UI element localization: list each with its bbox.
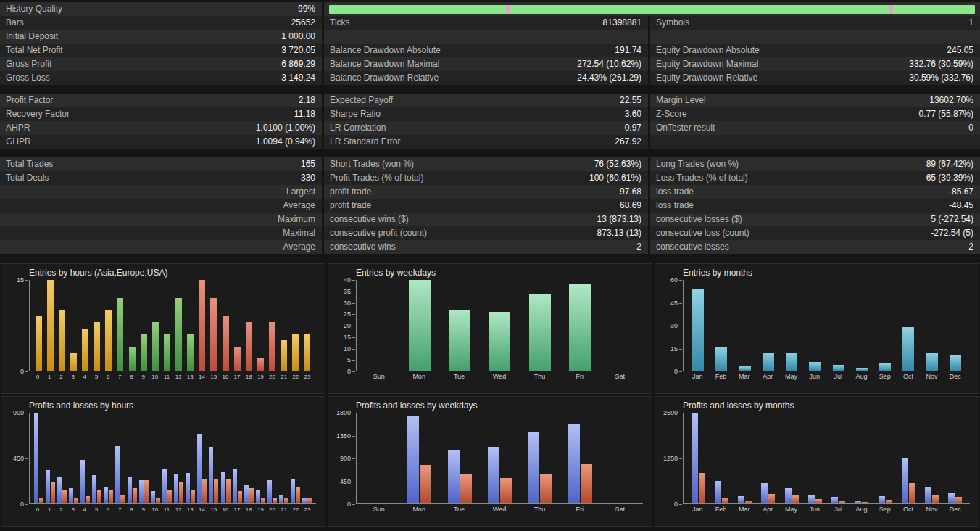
x-axis: JanFebMarAprMayJunJulAugSepOctNovDec (683, 504, 970, 514)
x-tick-label: 20 (266, 374, 278, 380)
stat-label: LR Standard Error (324, 135, 615, 149)
bar-slot (399, 280, 439, 371)
stat-label: Long Trades (won %) (650, 157, 926, 171)
x-tick-label: 18 (243, 374, 254, 380)
stats-row: Total Net Profit3 720.05Balance Drawdown… (0, 44, 980, 57)
stat-value: 2.18 (299, 94, 322, 107)
bar-slot (360, 413, 399, 503)
y-tick-label: 900 (340, 455, 351, 462)
loss-bar (120, 495, 125, 504)
x-tick-label: Jan (686, 506, 709, 513)
chart-profits-and-losses-by-hours: Profits and losses by hours0450900012345… (1, 396, 325, 527)
x-tick-label: Sun (359, 373, 399, 380)
stats-row: GHPR1.0094 (0.94%)LR Standard Error267.9… (0, 135, 980, 149)
stats-row: Total Trades165Short Trades (won %)76 (5… (0, 157, 980, 171)
x-tick-label: Sun (359, 506, 399, 513)
x-tick-label: 19 (254, 506, 266, 513)
bar-slot (254, 280, 266, 371)
stat-label (0, 199, 283, 213)
profit-bar (162, 469, 167, 503)
history-quality-label: History Quality (0, 2, 298, 16)
stat-cell: consecutive wins2 (324, 240, 648, 254)
loss-bar (261, 498, 265, 503)
loss-bar (955, 497, 962, 504)
y-tick-label: 900 (13, 409, 24, 416)
entries-bar (692, 289, 704, 371)
chart-plot-area: 015 (6, 280, 316, 371)
x-tick-label: 15 (208, 506, 220, 513)
y-tick-label: 0 (347, 368, 351, 375)
x-tick-label: Thu (520, 506, 560, 513)
bar-slot (126, 280, 138, 371)
bar-slot (560, 413, 599, 503)
x-tick-label: Sep (873, 373, 897, 380)
stats-row: Gross Profit6 869.29Balance Drawdown Max… (0, 57, 980, 71)
entries-bar (409, 280, 431, 371)
bar-slot (873, 413, 897, 503)
y-axis: 015304560 (660, 280, 683, 371)
stat-label: consecutive wins (324, 240, 636, 254)
stat-label: consecutive profit (count) (324, 226, 597, 240)
profit-bar (69, 488, 73, 503)
entries-bar (175, 298, 182, 371)
stat-cell: LR Standard Error267.92 (324, 135, 648, 149)
y-tick-label: 20 (344, 322, 351, 329)
bar-slot (757, 413, 780, 503)
loss-bar (191, 490, 195, 503)
loss-bar (109, 490, 113, 503)
y-tick-label: 30 (344, 300, 351, 307)
stat-cell: profit trade68.69 (324, 199, 648, 213)
entries-bar (234, 347, 241, 371)
profit-bar (407, 416, 419, 503)
x-tick-label: 20 (266, 506, 278, 513)
loss-bar (86, 496, 90, 503)
bar-slot (231, 413, 243, 503)
x-tick-label: 7 (114, 374, 125, 380)
y-tick-label: 450 (13, 455, 24, 462)
stat-value: 81398881 (603, 16, 648, 30)
x-tick-label: 1 (43, 374, 55, 380)
loss-bar (74, 498, 78, 503)
stat-label (0, 213, 278, 226)
bar-slot (243, 413, 254, 503)
entries-bar (926, 353, 938, 371)
profit-bar (925, 487, 931, 503)
stat-value: 332.76 (30.59%) (909, 57, 980, 71)
x-tick-label: Sep (873, 506, 897, 513)
stat-label: Ticks (324, 16, 603, 30)
x-tick-label: 16 (220, 374, 231, 380)
loss-bar (839, 501, 845, 504)
history-quality-progress-bar (329, 5, 975, 14)
stat-cell: Balance Drawdown Maximal272.54 (10.62%) (324, 57, 648, 71)
bars (30, 413, 316, 503)
stats-row: Gross Loss-3 149.24Balance Drawdown Rela… (0, 71, 980, 85)
y-tick-label: 0 (20, 501, 24, 508)
chart-entries-by-hours-asia-europe-usa: Entries by hours (Asia,Europe,USA)015012… (1, 263, 325, 394)
profit-bar (128, 477, 132, 504)
stat-value: 68.69 (620, 199, 648, 213)
profit-bar (256, 490, 260, 503)
x-tick-label: 8 (125, 374, 137, 380)
stat-cell (324, 30, 648, 44)
chart-plot-area: 012502500 (660, 413, 970, 504)
y-tick-label: 1250 (663, 455, 678, 462)
y-tick-label: 5 (347, 356, 351, 363)
x-tick-label: Jul (826, 373, 850, 380)
loss-bar (932, 495, 939, 504)
profit-bar (244, 485, 249, 503)
bar-slot (44, 413, 56, 503)
bar-slot (873, 280, 897, 371)
x-tick-label: 21 (278, 506, 290, 513)
stat-cell: GHPR1.0094 (0.94%) (0, 135, 322, 149)
loss-bar (97, 490, 101, 503)
stat-value: Average (283, 199, 322, 213)
stat-value (973, 30, 980, 44)
stat-value: 873.13 (13) (597, 226, 648, 240)
profit-bar (209, 447, 213, 503)
stat-cell: Gross Profit6 869.29 (0, 57, 322, 71)
y-axis: 0510152025303540 (333, 280, 356, 371)
entries-bar (489, 312, 510, 371)
stat-label: Profit Trades (% of total) (324, 171, 589, 185)
x-tick-label: Jun (803, 373, 826, 380)
loss-bar (909, 483, 915, 503)
